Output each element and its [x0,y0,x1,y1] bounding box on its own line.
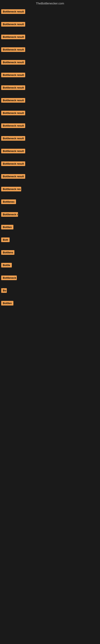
site-header: TheBottlenecker.com [0,0,100,8]
list-item: Bottleneck result [1,33,99,46]
bottleneck-badge[interactable]: Bo [1,288,7,293]
bottleneck-badge[interactable]: Bottlens [1,250,14,255]
list-item: Bottleneck result [1,109,99,122]
list-item: Bottleneck [1,274,99,286]
list-item: Bottleneck result [1,147,99,160]
list-item: Bottleneck result [1,172,99,185]
list-item: Bottlen [1,299,99,312]
list-item: Bottleneck result [1,71,99,84]
bottleneck-badge[interactable]: Bottleneck result [1,98,25,103]
bottleneck-badge[interactable]: Bottleneck result [1,111,25,115]
site-title: TheBottlenecker.com [36,2,64,5]
list-item: Bottleneck r [1,210,99,223]
bottleneck-badge[interactable]: Bottleneck result [1,22,25,26]
bottleneck-badge[interactable]: Bottleneck result [1,34,25,39]
bottleneck-badge[interactable]: Bottleneck result [1,60,25,64]
bottleneck-badge[interactable]: Bottleneck result [1,73,25,77]
bottleneck-badge[interactable]: Bottleneck result [1,9,25,14]
bottleneck-badge[interactable]: Bottleneck result [1,174,25,179]
bottleneck-badge[interactable]: Bottleneck res [1,187,21,192]
bottleneck-badge[interactable]: Bottleneck r [1,212,18,217]
list-item: Bott [1,236,99,248]
list-item: Bottleneck result [1,96,99,109]
list-item: Bottle [1,261,99,274]
bottleneck-badge[interactable]: Bottleneck result [1,47,25,52]
bottleneck-badge[interactable]: Bott [1,238,10,242]
bottleneck-badge[interactable]: Bottleneck result [1,136,25,141]
list-item: Bo [1,286,99,299]
list-item: Bottleneck res [1,185,99,198]
bottleneck-badge[interactable]: Bottlen [1,225,13,230]
bottleneck-badge[interactable]: Bottle [1,263,12,268]
list-item: Bottleneck result [1,122,99,134]
list-item: Bottlenec [1,198,99,210]
list-item: Bottleneck result [1,160,99,172]
bottleneck-badge[interactable]: Bottleneck result [1,85,25,90]
list-item: Bottlens [1,248,99,261]
list-item: Bottlen [1,223,99,236]
list-item: Bottleneck result [1,8,99,20]
content-area: Bottleneck resultBottleneck resultBottle… [0,8,100,312]
list-item: Bottleneck result [1,58,99,71]
bottleneck-badge[interactable]: Bottlenec [1,200,16,204]
bottleneck-badge[interactable]: Bottleneck result [1,149,25,153]
list-item: Bottleneck result [1,20,99,33]
bottleneck-badge[interactable]: Bottlen [1,301,13,306]
list-item: Bottleneck result [1,46,99,58]
page-wrapper: TheBottlenecker.com Bottleneck resultBot… [0,0,100,312]
bottleneck-badge[interactable]: Bottleneck result [1,162,25,166]
bottleneck-badge[interactable]: Bottleneck result [1,123,25,128]
bottleneck-badge[interactable]: Bottleneck [1,276,17,280]
list-item: Bottleneck result [1,134,99,147]
list-item: Bottleneck result [1,84,99,96]
